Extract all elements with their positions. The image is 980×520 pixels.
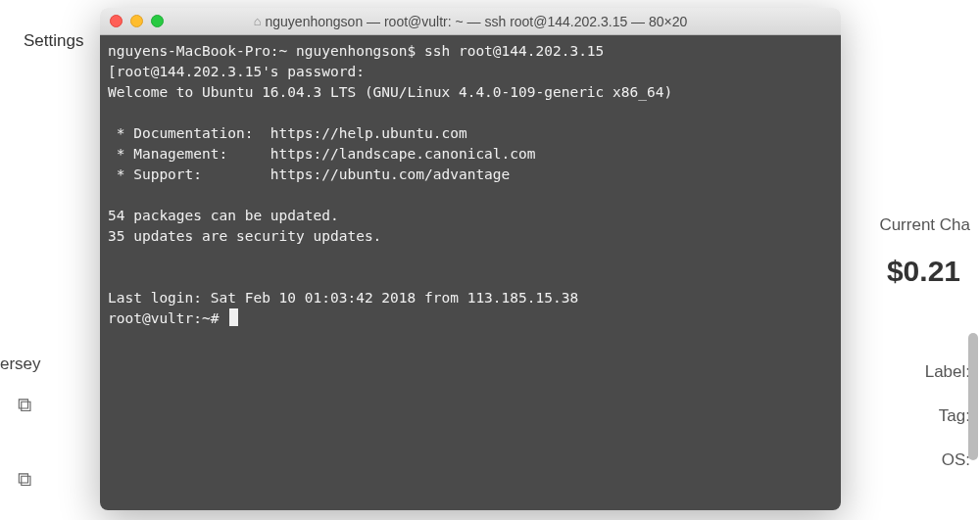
cursor-icon: [229, 308, 238, 326]
location-label: ersey: [0, 355, 41, 374]
terminal-line: Last login: Sat Feb 10 01:03:42 2018 fro…: [108, 290, 578, 306]
window-title-text: nguyenhongson — root@vultr: ~ — ssh root…: [266, 14, 688, 29]
terminal-line: 54 packages can be updated.: [108, 208, 339, 223]
close-icon[interactable]: [110, 15, 122, 27]
terminal-line: Welcome to Ubuntu 16.04.3 LTS (GNU/Linux…: [108, 84, 672, 100]
terminal-line: [root@144.202.3.15's password:: [108, 64, 365, 79]
minimize-icon[interactable]: [130, 15, 143, 27]
terminal-line: 35 updates are security updates.: [108, 228, 381, 244]
settings-nav[interactable]: Settings: [24, 31, 83, 51]
terminal-line: * Documentation: https://help.ubuntu.com: [108, 125, 467, 141]
label-field-label: Label:: [925, 362, 970, 382]
charges-label: Current Cha: [879, 215, 970, 235]
copy-icon[interactable]: ⧉: [18, 394, 31, 416]
os-field-label: OS:: [942, 450, 970, 470]
window-titlebar[interactable]: ⌂ nguyenhongson — root@vultr: ~ — ssh ro…: [100, 8, 841, 35]
terminal-window: ⌂ nguyenhongson — root@vultr: ~ — ssh ro…: [100, 8, 841, 510]
window-title: ⌂ nguyenhongson — root@vultr: ~ — ssh ro…: [100, 14, 841, 29]
terminal-body[interactable]: nguyens-MacBook-Pro:~ nguyenhongson$ ssh…: [100, 35, 841, 510]
terminal-line: nguyens-MacBook-Pro:~ nguyenhongson$ ssh…: [108, 43, 604, 59]
copy-icon[interactable]: ⧉: [18, 468, 31, 491]
terminal-line: * Support: https://ubuntu.com/advantage: [108, 166, 510, 182]
terminal-line: * Management: https://landscape.canonica…: [108, 146, 536, 162]
maximize-icon[interactable]: [151, 15, 164, 27]
terminal-prompt: root@vultr:~#: [108, 310, 227, 326]
home-icon: ⌂: [254, 14, 262, 28]
tag-field-label: Tag:: [939, 406, 970, 426]
charges-value: $0.21: [887, 255, 960, 288]
page-scrollbar[interactable]: [968, 333, 978, 460]
